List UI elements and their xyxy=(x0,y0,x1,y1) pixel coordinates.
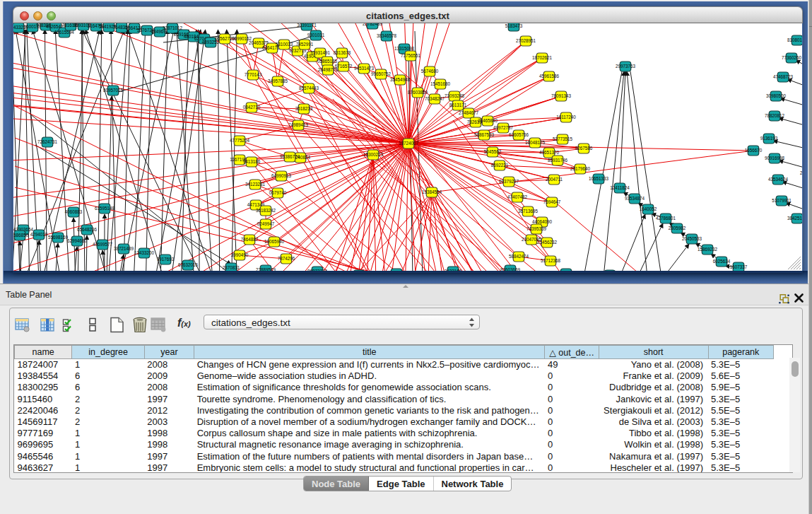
svg-text:77360260: 77360260 xyxy=(782,55,802,60)
svg-text:27889579: 27889579 xyxy=(256,267,276,271)
svg-text:10651333: 10651333 xyxy=(589,176,609,181)
svg-text:99650752: 99650752 xyxy=(371,71,392,76)
svg-text:58867533: 58867533 xyxy=(474,132,495,137)
svg-text:27484677: 27484677 xyxy=(459,110,479,115)
svg-text:36713695: 36713695 xyxy=(518,209,539,214)
svg-text:49651370: 49651370 xyxy=(539,150,560,155)
svg-text:30980500: 30980500 xyxy=(766,93,787,98)
svg-text:93534874: 93534874 xyxy=(625,196,645,201)
svg-text:58842474: 58842474 xyxy=(509,254,529,259)
svg-text:78820812: 78820812 xyxy=(765,113,785,118)
svg-text:3518233: 3518233 xyxy=(295,106,313,111)
svg-text:3990490: 3990490 xyxy=(231,252,249,257)
svg-text:26179640: 26179640 xyxy=(570,166,591,171)
svg-text:9136193: 9136193 xyxy=(760,136,778,141)
svg-text:38346578: 38346578 xyxy=(377,33,397,38)
svg-text:15300273: 15300273 xyxy=(363,152,384,157)
svg-text:18724007: 18724007 xyxy=(399,141,419,146)
svg-text:86872774: 86872774 xyxy=(307,269,328,271)
svg-text:6025634: 6025634 xyxy=(713,259,731,264)
svg-text:47468723: 47468723 xyxy=(773,74,794,79)
svg-text:22782489: 22782489 xyxy=(363,23,383,26)
svg-text:36183242: 36183242 xyxy=(256,208,276,213)
svg-text:3623166: 3623166 xyxy=(445,269,462,271)
svg-text:5183473: 5183473 xyxy=(505,23,523,28)
svg-text:19384554: 19384554 xyxy=(422,189,442,194)
svg-text:27849808: 27849808 xyxy=(800,170,802,175)
svg-text:55698169: 55698169 xyxy=(48,235,69,240)
svg-text:13315098: 13315098 xyxy=(394,46,415,51)
svg-text:4060883: 4060883 xyxy=(65,209,83,214)
svg-text:8613171: 8613171 xyxy=(449,103,467,107)
svg-text:38425135: 38425135 xyxy=(787,216,802,221)
svg-text:16048175: 16048175 xyxy=(525,140,546,145)
svg-text:21456232: 21456232 xyxy=(537,240,558,245)
svg-text:5674680: 5674680 xyxy=(421,69,439,74)
svg-text:31931491: 31931491 xyxy=(310,50,331,55)
svg-text:12411824: 12411824 xyxy=(610,185,630,190)
svg-text:43699577: 43699577 xyxy=(93,242,113,247)
svg-text:7594647: 7594647 xyxy=(543,199,561,204)
svg-text:42786801: 42786801 xyxy=(656,216,676,221)
svg-text:13433200: 13433200 xyxy=(134,250,155,255)
svg-text:87603669: 87603669 xyxy=(500,267,521,271)
svg-text:7770143: 7770143 xyxy=(245,72,262,77)
svg-text:27028951: 27028951 xyxy=(516,38,536,43)
svg-text:5310033: 5310033 xyxy=(276,42,293,47)
svg-text:15451680: 15451680 xyxy=(430,81,451,86)
svg-text:8267586: 8267586 xyxy=(575,146,593,151)
svg-text:7874296: 7874296 xyxy=(278,256,295,261)
svg-text:05865185: 05865185 xyxy=(317,59,338,64)
svg-text:7452991: 7452991 xyxy=(296,42,314,47)
svg-text:90916998: 90916998 xyxy=(765,156,785,160)
svg-text:1607337: 1607337 xyxy=(730,264,748,269)
svg-text:20465375: 20465375 xyxy=(249,40,269,45)
svg-text:67632016: 67632016 xyxy=(178,262,199,267)
svg-text:2805982: 2805982 xyxy=(669,226,686,230)
svg-text:85574443: 85574443 xyxy=(299,86,319,90)
svg-text:64990913: 64990913 xyxy=(271,173,292,178)
svg-text:4586850: 4586850 xyxy=(13,233,29,238)
svg-text:34123281: 34123281 xyxy=(245,182,266,187)
svg-text:28498776: 28498776 xyxy=(318,67,339,72)
svg-text:1640052: 1640052 xyxy=(640,206,657,211)
svg-text:34957885: 34957885 xyxy=(268,78,288,83)
svg-text:71093248: 71093248 xyxy=(445,93,465,98)
svg-text:35454948: 35454948 xyxy=(390,77,411,82)
svg-text:5045562: 5045562 xyxy=(484,149,502,154)
svg-text:45961586: 45961586 xyxy=(539,74,560,78)
svg-text:49972787: 49972787 xyxy=(493,125,514,130)
svg-text:9413186: 9413186 xyxy=(243,159,261,164)
svg-text:71756551: 71756551 xyxy=(401,53,421,58)
svg-text:8692221: 8692221 xyxy=(491,163,509,168)
svg-text:78091343: 78091343 xyxy=(551,93,572,98)
svg-text:74989413: 74989413 xyxy=(288,122,309,127)
svg-text:80957015: 80957015 xyxy=(103,88,124,93)
svg-text:0679740: 0679740 xyxy=(269,190,287,195)
svg-text:94531473: 94531473 xyxy=(354,66,375,71)
svg-text:47407482: 47407482 xyxy=(507,194,528,199)
svg-text:20450533: 20450533 xyxy=(682,236,702,241)
svg-text:43534624: 43534624 xyxy=(768,177,789,182)
svg-text:4294019: 4294019 xyxy=(30,232,48,237)
svg-text:53773515: 53773515 xyxy=(553,136,573,141)
svg-text:0249947: 0249947 xyxy=(257,221,275,226)
svg-text:7917693: 7917693 xyxy=(157,257,175,262)
svg-text:51079911: 51079911 xyxy=(772,198,792,203)
svg-text:38721489: 38721489 xyxy=(114,246,134,251)
svg-text:62994680: 62994680 xyxy=(67,238,88,243)
svg-text:65648236: 65648236 xyxy=(77,227,98,232)
svg-text:9301031: 9301031 xyxy=(307,33,325,37)
svg-text:74395339: 74395339 xyxy=(526,226,547,231)
svg-text:2004711: 2004711 xyxy=(546,177,563,182)
svg-text:7464887: 7464887 xyxy=(241,237,259,242)
svg-text:51712368: 51712368 xyxy=(541,258,561,263)
svg-text:2870831: 2870831 xyxy=(223,265,240,270)
svg-text:29973763: 29973763 xyxy=(616,64,636,69)
svg-text:0842710: 0842710 xyxy=(243,105,261,110)
svg-text:15869232: 15869232 xyxy=(698,247,718,252)
svg-text:47775204: 47775204 xyxy=(230,138,250,143)
svg-text:30391171: 30391171 xyxy=(297,23,317,28)
svg-text:72624731: 72624731 xyxy=(37,139,58,144)
svg-text:87603859: 87603859 xyxy=(408,90,428,95)
